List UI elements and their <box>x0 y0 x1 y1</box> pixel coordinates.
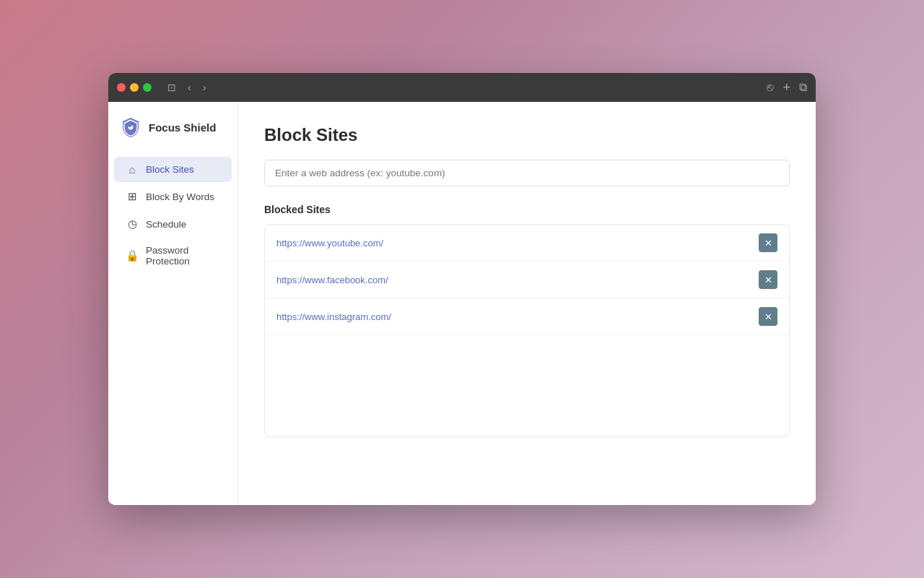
clock-icon: ◷ <box>126 217 139 230</box>
url-input[interactable] <box>264 160 790 186</box>
sidebar-label-block-by-words: Block By Words <box>146 191 214 202</box>
sidebar-item-password-protection[interactable]: 🔒 Password Protection <box>114 238 232 273</box>
blocked-url-1: https://www.youtube.com/ <box>276 238 383 249</box>
sidebar-label-schedule: Schedule <box>146 219 186 230</box>
blocked-site-item-1: https://www.youtube.com/ ✕ <box>265 225 789 262</box>
document-icon: ⊞ <box>126 190 139 203</box>
share-icon[interactable]: ⎋ <box>767 81 774 94</box>
home-icon: ⌂ <box>126 163 139 176</box>
delete-button-1[interactable]: ✕ <box>759 233 777 252</box>
new-tab-icon[interactable]: + <box>783 80 790 95</box>
blocked-site-item-2: https://www.facebook.com/ ✕ <box>265 262 789 298</box>
trash-icon-2: ✕ <box>764 275 772 285</box>
lock-icon: 🔒 <box>126 249 139 262</box>
blocked-url-2: https://www.facebook.com/ <box>276 275 388 285</box>
blocked-sites-list: https://www.youtube.com/ ✕ https://www.f… <box>264 224 790 437</box>
titlebar: ⊡ ‹ › ⎋ + ⧉ <box>108 73 816 102</box>
app-logo-area: Focus Shield <box>108 116 237 155</box>
sidebar: Focus Shield ⌂ Block Sites ⊞ Block By Wo… <box>108 102 238 505</box>
back-button[interactable]: ‹ <box>185 80 194 95</box>
page-title: Block Sites <box>264 125 790 145</box>
tabs-icon[interactable]: ⧉ <box>799 81 807 94</box>
sidebar-toggle-button[interactable]: ⊡ <box>165 80 179 95</box>
trash-icon-1: ✕ <box>764 238 772 249</box>
blocked-site-item-3: https://www.instagram.com/ ✕ <box>265 298 789 335</box>
blocked-sites-section-title: Blocked Sites <box>264 204 790 215</box>
maximize-button[interactable] <box>143 83 152 92</box>
delete-button-2[interactable]: ✕ <box>759 270 777 289</box>
sidebar-item-block-by-words[interactable]: ⊞ Block By Words <box>114 184 232 210</box>
main-content: Block Sites Blocked Sites https://www.yo… <box>238 102 816 505</box>
app-name: Focus Shield <box>149 121 216 134</box>
blocked-url-3: https://www.instagram.com/ <box>276 311 391 322</box>
nav-controls: ⊡ ‹ › <box>165 80 209 95</box>
browser-window: ⊡ ‹ › ⎋ + ⧉ Focus Shield <box>108 73 816 505</box>
sidebar-label-password-protection: Password Protection <box>146 245 220 267</box>
titlebar-right-controls: ⎋ + ⧉ <box>767 80 807 95</box>
list-empty-space <box>265 335 789 436</box>
minimize-button[interactable] <box>130 83 139 92</box>
sidebar-item-block-sites[interactable]: ⌂ Block Sites <box>114 157 232 182</box>
browser-content: Focus Shield ⌂ Block Sites ⊞ Block By Wo… <box>108 102 816 505</box>
forward-button[interactable]: › <box>200 80 209 95</box>
trash-icon-3: ✕ <box>764 311 772 322</box>
close-button[interactable] <box>117 83 126 92</box>
delete-button-3[interactable]: ✕ <box>759 307 777 326</box>
sidebar-label-block-sites: Block Sites <box>146 164 194 175</box>
app-logo-icon <box>120 116 141 138</box>
sidebar-item-schedule[interactable]: ◷ Schedule <box>114 211 232 237</box>
traffic-lights <box>117 83 152 92</box>
